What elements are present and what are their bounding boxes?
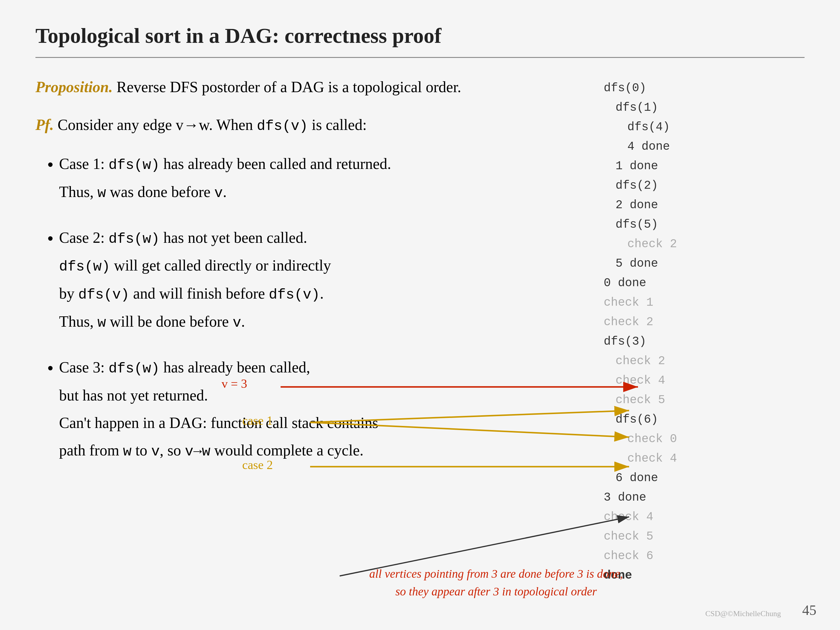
trace-line-0: dfs(0): [604, 79, 805, 98]
case-3-body-1: but has not yet returned.: [59, 383, 592, 407]
case-2-heading: Case 2: dfs(w) has not yet been called.: [59, 225, 592, 251]
trace-line-8: check 2: [604, 235, 805, 254]
page-number: 45: [802, 602, 816, 618]
trace-line-3: 4 done: [604, 137, 805, 156]
title-section: Topological sort in a DAG: correctness p…: [35, 24, 805, 58]
case-1-body: Thus, w was done before v.: [59, 180, 592, 205]
case-2-code: dfs(w): [109, 231, 160, 247]
cases-list: Case 1: dfs(w) has already been called a…: [35, 152, 592, 463]
case-2-body-3: Thus, w will be done before v.: [59, 309, 592, 334]
trace-line-9: 5 done: [604, 254, 805, 273]
trace-line-13: dfs(3): [604, 332, 805, 352]
trace-line-23: check 5: [604, 527, 805, 546]
trace-line-17: dfs(6): [604, 410, 805, 429]
content-area: Proposition. Reverse DFS postorder of a …: [35, 76, 805, 586]
trace-line-2: dfs(4): [604, 118, 805, 137]
pf-label: Pf.: [35, 116, 54, 133]
case-2-heading-pre: Case 2:: [59, 229, 109, 246]
v-label: v = 3: [221, 377, 247, 391]
proposition: Proposition. Reverse DFS postorder of a …: [35, 76, 592, 99]
slide-title: Topological sort in a DAG: correctness p…: [35, 24, 805, 48]
trace-line-19: check 4: [604, 449, 805, 469]
trace-line-20: 6 done: [604, 469, 805, 488]
case-3-heading: Case 3: dfs(w) has already been called,: [59, 355, 592, 380]
trace-line-10: 0 done: [604, 273, 805, 293]
pf-line: Pf. Consider any edge v→w. When dfs(v) i…: [35, 114, 592, 137]
case-3-heading-post: has already been called,: [159, 359, 310, 376]
case-2-item: Case 2: dfs(w) has not yet been called. …: [59, 225, 592, 334]
case-1-heading: Case 1: dfs(w) has already been called a…: [59, 152, 592, 177]
trace-line-6: 2 done: [604, 196, 805, 215]
trace-line-21: 3 done: [604, 488, 805, 507]
credit-text: CSD@©MichelleChung: [705, 609, 781, 618]
case1-label: case 1: [242, 414, 273, 428]
case-2-body-2: by dfs(v) and will finish before dfs(v).: [59, 281, 592, 306]
case-3-body-2: Can't happen in a DAG: function call sta…: [59, 411, 592, 435]
slide: Topological sort in a DAG: correctness p…: [0, 0, 840, 630]
bottom-note-line1: all vertices pointing from 3 are done be…: [369, 565, 623, 583]
case2-label: case 2: [242, 458, 273, 472]
bottom-note-line2: so they appear after 3 in topological or…: [369, 583, 623, 600]
case-1-heading-post: has already been called and returned.: [159, 155, 391, 172]
right-panel: dfs(0) dfs(1) dfs(4) 4 done 1 done dfs(2…: [604, 76, 805, 586]
trace-line-11: check 1: [604, 293, 805, 313]
case-1-item: Case 1: dfs(w) has already been called a…: [59, 152, 592, 205]
trace-line-25: done: [604, 566, 805, 586]
trace-line-7: dfs(5): [604, 215, 805, 235]
case-3-heading-pre: Case 3:: [59, 359, 109, 376]
case-2-body-1: dfs(w) will get called directly or indir…: [59, 253, 592, 278]
trace-line-5: dfs(2): [604, 176, 805, 196]
trace-line-1: dfs(1): [604, 98, 805, 118]
trace-line-24: check 6: [604, 546, 805, 566]
trace-line-12: check 2: [604, 313, 805, 332]
pf-code: dfs(v): [257, 118, 308, 134]
pf-text: Consider any edge v→w. When: [54, 116, 257, 133]
case-3-item: Case 3: dfs(w) has already been called, …: [59, 355, 592, 463]
dfs-trace: dfs(0) dfs(1) dfs(4) 4 done 1 done dfs(2…: [604, 76, 805, 586]
proposition-text: Reverse DFS postorder of a DAG is a topo…: [113, 79, 461, 95]
pf-text2: is called:: [308, 116, 366, 133]
trace-line-4: 1 done: [604, 156, 805, 176]
left-content: Proposition. Reverse DFS postorder of a …: [35, 76, 592, 586]
trace-line-14: check 2: [604, 352, 805, 371]
case-3-code: dfs(w): [109, 361, 160, 377]
bottom-note: all vertices pointing from 3 are done be…: [369, 565, 623, 600]
case-3-body-3: path from w to v, so v→w would complete …: [59, 438, 592, 463]
case-1-code: dfs(w): [109, 157, 160, 173]
proposition-label: Proposition.: [35, 79, 113, 95]
trace-line-16: check 5: [604, 390, 805, 410]
trace-line-15: check 4: [604, 371, 805, 390]
trace-line-22: check 4: [604, 507, 805, 527]
case-2-heading-post: has not yet been called.: [159, 229, 307, 246]
trace-line-18: check 0: [604, 429, 805, 449]
case-1-heading-pre: Case 1:: [59, 155, 109, 172]
